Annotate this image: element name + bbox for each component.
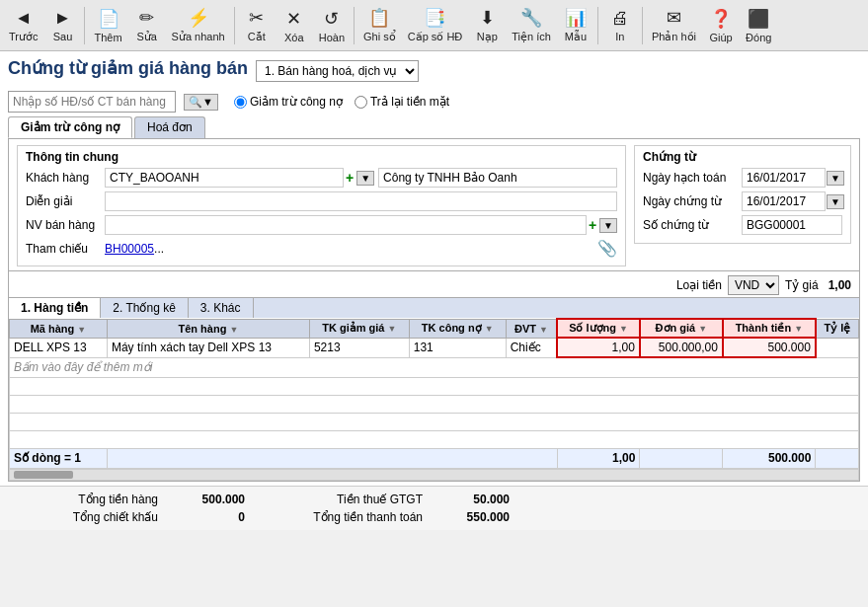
- search-button[interactable]: 🔍▼: [184, 94, 218, 111]
- search-row: 🔍▼ Giảm trừ công nợ Trả lại tiền mặt: [8, 91, 860, 113]
- post-button[interactable]: 📋 Ghi sổ: [358, 3, 401, 48]
- tong-tien-hang-value: 500.000: [166, 493, 245, 506]
- undo-button[interactable]: ↺ Hoàn: [314, 3, 350, 48]
- serial-label: Cấp số HĐ: [408, 31, 463, 43]
- cell-so-luong[interactable]: 1,00: [557, 338, 640, 357]
- tab-giam-tru[interactable]: Giảm trừ công nợ: [8, 116, 132, 138]
- delete-icon: ✕: [286, 8, 301, 30]
- cell-ma-hang[interactable]: DELL XPS 13: [10, 338, 108, 357]
- nv-ban-hang-add-icon[interactable]: +: [589, 217, 596, 233]
- sub-tabs: 1. Hàng tiền 2. Thống kê 3. Khác: [8, 297, 860, 318]
- col-tk-giam-gia[interactable]: TK giảm giá ▼: [309, 319, 409, 338]
- tab-hoa-don[interactable]: Hoá đơn: [134, 116, 205, 138]
- feedback-label: Phản hồi: [652, 31, 696, 43]
- tong-tien-hang-label: Tổng tiền hàng: [20, 493, 158, 506]
- quickedit-icon: ⚡: [188, 7, 209, 29]
- khach-hang-add-icon[interactable]: +: [346, 170, 354, 186]
- forward-button[interactable]: ► Sau: [44, 3, 80, 48]
- scrollbar-thumb[interactable]: [14, 471, 73, 479]
- horizontal-scrollbar[interactable]: [9, 469, 859, 481]
- ngay-hach-toan-row: Ngày hạch toán ▼: [643, 168, 842, 188]
- empty-row-1: [10, 377, 859, 395]
- title-row: Chứng từ giảm giá hàng bán 1. Bán hàng h…: [8, 57, 860, 85]
- sub-tab-khac[interactable]: 3. Khác: [189, 298, 254, 318]
- main-area: Chứng từ giảm giá hàng bán 1. Bán hàng h…: [0, 51, 868, 486]
- help-label: Giúp: [709, 32, 732, 43]
- total-so-luong: 1,00: [557, 448, 640, 468]
- attach-icon[interactable]: 📎: [597, 239, 617, 258]
- so-chung-tu-input[interactable]: [742, 215, 842, 235]
- search-input[interactable]: [8, 91, 176, 113]
- add-new-label[interactable]: Bấm vào đây để thêm mới: [10, 357, 859, 377]
- khach-hang-code-input[interactable]: [105, 168, 344, 188]
- cell-don-gia[interactable]: 500.000,00: [640, 338, 723, 357]
- so-chung-tu-label: Số chứng từ: [643, 218, 742, 232]
- cell-dvt[interactable]: Chiếc: [506, 338, 557, 357]
- radio-tra-lai[interactable]: Trả lại tiền mặt: [355, 95, 449, 109]
- new-button[interactable]: 📄 Thêm: [89, 3, 126, 48]
- serial-button[interactable]: 📑 Cấp số HĐ: [403, 3, 468, 48]
- sub-tab-hang-tien[interactable]: 1. Hàng tiền: [9, 298, 101, 318]
- print-button[interactable]: 🖨 In: [602, 3, 638, 48]
- sub-tab-thong-ke[interactable]: 2. Thống kê: [101, 298, 188, 318]
- ngay-chung-tu-label: Ngày chứng từ: [643, 194, 742, 208]
- khach-hang-label: Khách hàng: [26, 171, 105, 185]
- total-ty-le: [816, 448, 859, 468]
- cell-tk-cong-no[interactable]: 131: [409, 338, 506, 357]
- col-tk-cong-no[interactable]: TK công nợ ▼: [409, 319, 506, 338]
- ngay-chung-tu-input[interactable]: [742, 191, 826, 211]
- utility-label: Tiện ích: [512, 31, 551, 43]
- chung-tu-title: Chứng từ: [643, 150, 842, 164]
- add-new-row[interactable]: Bấm vào đây để thêm mới: [10, 357, 859, 377]
- col-thanh-tien[interactable]: Thành tiền ▼: [723, 319, 816, 338]
- delete-label: Xóa: [284, 32, 304, 43]
- edit-button[interactable]: ✏ Sửa: [129, 3, 165, 48]
- close-button[interactable]: ⬛ Đóng: [741, 3, 776, 48]
- khach-hang-dropdown-arrow[interactable]: ▼: [356, 171, 374, 186]
- dien-giai-input[interactable]: [105, 191, 617, 211]
- col-ty-le[interactable]: Tỷ lệ: [816, 319, 859, 338]
- close-label: Đóng: [746, 32, 771, 43]
- post-label: Ghi sổ: [363, 31, 396, 43]
- delete-button[interactable]: ✕ Xóa: [276, 3, 312, 48]
- document-type-dropdown[interactable]: 1. Bán hàng hoá, dịch vụ2. Hàng dịch vụ: [256, 60, 419, 82]
- col-ma-hang[interactable]: Mã hàng ▼: [10, 319, 108, 338]
- col-so-luong[interactable]: Số lượng ▼: [557, 319, 640, 338]
- col-don-gia[interactable]: Đơn giá ▼: [640, 319, 723, 338]
- help-button[interactable]: ❓ Giúp: [703, 3, 739, 48]
- template-button[interactable]: 📊 Mẫu: [558, 3, 593, 48]
- cell-tk-giam-gia[interactable]: 5213: [309, 338, 409, 357]
- undo-label: Hoàn: [319, 32, 345, 43]
- tham-chieu-link[interactable]: BH00005: [105, 242, 154, 256]
- radio-giam-tru[interactable]: Giảm trừ công nợ: [234, 95, 343, 109]
- cut-button[interactable]: ✂ Cắt: [239, 3, 275, 48]
- ty-gia-value: 1,00: [829, 278, 851, 292]
- quickedit-button[interactable]: ⚡ Sửa nhanh: [167, 3, 230, 48]
- ngay-hach-toan-label: Ngày hạch toán: [643, 171, 742, 185]
- payment-type-radio-group: Giảm trừ công nợ Trả lại tiền mặt: [234, 95, 449, 109]
- ngay-hach-toan-dropdown[interactable]: ▼: [827, 171, 844, 186]
- sep1: [84, 7, 85, 44]
- col-ten-hang[interactable]: Tên hàng ▼: [107, 319, 309, 338]
- col-dvt[interactable]: ĐVT ▼: [506, 319, 557, 338]
- load-label: Nạp: [477, 31, 498, 43]
- ngay-hach-toan-input[interactable]: [742, 168, 826, 188]
- print-label: In: [615, 31, 624, 42]
- summary-left: Tổng tiền hàng 500.000 Tổng chiết khấu 0: [20, 493, 245, 524]
- utility-button[interactable]: 🔧 Tiện ích: [507, 3, 556, 48]
- cut-label: Cắt: [248, 31, 266, 43]
- nv-ban-hang-dropdown-arrow[interactable]: ▼: [599, 218, 617, 233]
- currency-select[interactable]: VND: [728, 275, 779, 295]
- load-button[interactable]: ⬇ Nạp: [469, 3, 505, 48]
- khach-hang-name-input[interactable]: [378, 168, 617, 188]
- dien-giai-row: Diễn giải: [26, 191, 617, 211]
- toolbar: ◄ Trước ► Sau 📄 Thêm ✏ Sửa ⚡ Sửa nhanh ✂…: [0, 0, 868, 51]
- cell-ty-le[interactable]: [816, 338, 859, 357]
- cell-ten-hang[interactable]: Máy tính xách tay Dell XPS 13: [107, 338, 309, 357]
- nv-ban-hang-input[interactable]: [105, 215, 587, 235]
- back-button[interactable]: ◄ Trước: [4, 3, 42, 48]
- feedback-button[interactable]: ✉ Phản hồi: [647, 3, 701, 48]
- ngay-chung-tu-dropdown[interactable]: ▼: [827, 194, 844, 209]
- cell-thanh-tien[interactable]: 500.000: [723, 338, 816, 357]
- radio-tra-lai-label: Trả lại tiền mặt: [370, 95, 449, 109]
